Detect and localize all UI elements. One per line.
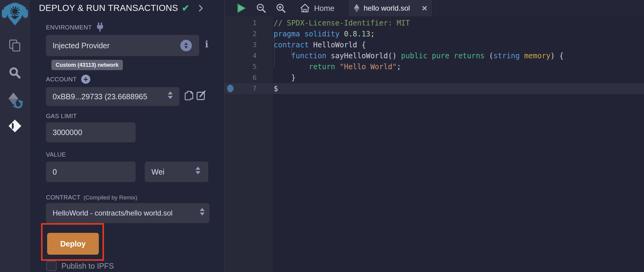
- value-label: VALUE: [46, 151, 66, 158]
- code-line-4[interactable]: 4 function sayHelloWorld() public pure r…: [225, 50, 644, 61]
- info-icon[interactable]: i: [205, 39, 208, 49]
- account-select-arrows-icon[interactable]: [168, 91, 173, 99]
- code-editor: Home hello world.sol × 1// SPDX-License-…: [225, 0, 644, 272]
- value-input[interactable]: [46, 162, 136, 182]
- line-number[interactable]: 4: [225, 50, 257, 61]
- zoom-in-icon[interactable]: [275, 3, 286, 14]
- unit-select-arrows-icon[interactable]: [196, 167, 200, 174]
- code-line-2[interactable]: 2pragma solidity 0.8.13;: [225, 29, 644, 39]
- code-text: pragma solidity 0.8.13;: [274, 29, 375, 39]
- contract-label: CONTRACT: [46, 194, 81, 201]
- code-text: contract HelloWorld {: [274, 39, 366, 50]
- code-lines[interactable]: 1// SPDX-License-Identifier: MIT2pragma …: [225, 16, 644, 272]
- environment-select-arrows-icon[interactable]: [180, 40, 192, 51]
- close-tab-icon[interactable]: ×: [422, 4, 427, 13]
- code-text: $: [274, 83, 278, 94]
- code-text: return "Hello World";: [274, 61, 401, 72]
- home-icon: [299, 3, 310, 13]
- icon-sidebar: [0, 0, 29, 272]
- tab-hello-world-sol[interactable]: hello world.sol ×: [348, 0, 432, 16]
- run-script-icon[interactable]: [237, 3, 246, 13]
- remix-logo-icon[interactable]: [0, 0, 29, 27]
- account-select[interactable]: 0xBB9...29733 (23.6688965: [46, 87, 179, 106]
- environment-value: Injected Provider: [53, 41, 110, 50]
- breakpoint-dot[interactable]: [227, 85, 234, 92]
- code-line-1[interactable]: 1// SPDX-License-Identifier: MIT: [225, 18, 644, 29]
- contract-sublabel: (Compiled by Remix): [84, 194, 137, 201]
- add-account-icon[interactable]: +: [81, 75, 90, 84]
- tab-home-label: Home: [314, 4, 334, 13]
- search-icon[interactable]: [0, 66, 29, 80]
- file-explorer-icon[interactable]: [0, 39, 29, 52]
- contract-select[interactable]: HelloWorld - contracts/hello world.sol: [46, 203, 209, 223]
- check-icon: ✔: [182, 3, 189, 13]
- deploy-run-icon[interactable]: [0, 119, 29, 133]
- gas-limit-label: GAS LIMIT: [46, 113, 77, 120]
- value-unit: Wei: [151, 168, 164, 176]
- code-line-3[interactable]: 3contract HelloWorld {: [225, 39, 644, 50]
- code-line-6[interactable]: 6 }: [225, 72, 644, 83]
- solidity-compiler-icon[interactable]: [0, 92, 29, 110]
- solidity-file-icon: [353, 4, 360, 13]
- deploy-button[interactable]: Deploy: [47, 233, 99, 255]
- gas-limit-input[interactable]: [46, 122, 136, 142]
- zoom-out-icon[interactable]: [256, 3, 267, 14]
- deploy-run-panel: DEPLOY & RUN TRANSACTIONS ✔ ENVIRONMENT …: [29, 0, 225, 272]
- tab-home[interactable]: Home: [295, 0, 339, 16]
- line-number[interactable]: 3: [225, 39, 257, 50]
- contract-select-arrows-icon[interactable]: [200, 208, 205, 216]
- environment-select[interactable]: Injected Provider: [46, 35, 199, 56]
- line-number[interactable]: 6: [225, 72, 257, 83]
- code-text: // SPDX-License-Identifier: MIT: [274, 18, 410, 29]
- line-number[interactable]: 5: [225, 61, 257, 72]
- line-number[interactable]: 1: [225, 18, 257, 29]
- publish-ipfs-label: Publish to IPFS: [61, 262, 114, 270]
- code-text: function sayHelloWorld() public pure ret…: [274, 50, 564, 61]
- code-text: }: [274, 72, 296, 83]
- code-line-7[interactable]: 7$: [225, 83, 644, 94]
- account-label: ACCOUNT: [46, 76, 77, 83]
- copy-account-icon[interactable]: [184, 90, 194, 101]
- environment-label: ENVIRONMENT: [46, 24, 92, 31]
- tab-file-label: hello world.sol: [364, 4, 410, 12]
- account-value: 0xBB9...29733 (23.6688965: [53, 92, 147, 101]
- publish-ipfs-checkbox[interactable]: [46, 261, 57, 271]
- code-line-5[interactable]: 5 return "Hello World";: [225, 61, 644, 72]
- editor-tabbar: Home hello world.sol ×: [225, 0, 644, 16]
- edit-account-icon[interactable]: [196, 90, 206, 100]
- chevron-right-icon[interactable]: [199, 5, 203, 12]
- contract-value: HelloWorld - contracts/hello world.sol: [53, 209, 172, 217]
- network-badge: Custom (43113) network: [51, 60, 123, 70]
- panel-title: DEPLOY & RUN TRANSACTIONS: [39, 3, 178, 13]
- plug-icon: [96, 22, 104, 32]
- line-number[interactable]: 2: [225, 29, 257, 39]
